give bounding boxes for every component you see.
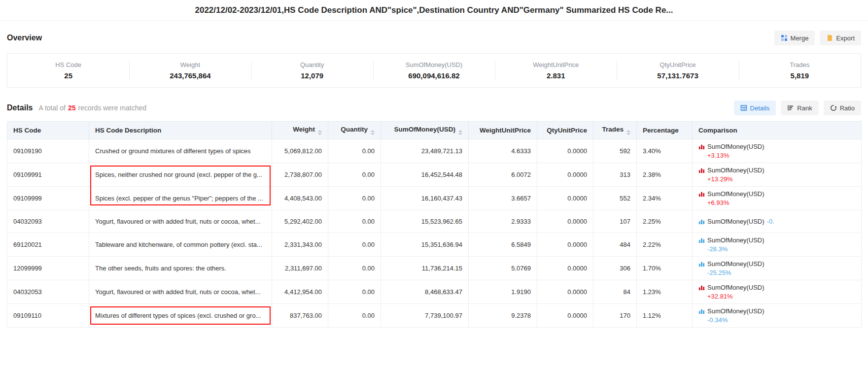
comparison-block: SumOfMoney(USD) -28.3%	[698, 236, 855, 253]
column-header-label: SumOfMoney(USD)	[394, 126, 456, 133]
comparison-cell: SumOfMoney(USD) +3.13%	[693, 139, 862, 163]
trades-cell: 313	[593, 163, 637, 187]
bar-chart-icon	[698, 218, 705, 225]
comparison-change-value: +6.93%	[707, 199, 855, 207]
comparison-metric-label: SumOfMoney(USD)	[707, 190, 764, 198]
table-row: 09109110 Mixtures of different types of …	[7, 304, 862, 328]
records-summary: A total of 25 records were matched	[38, 104, 146, 112]
hs-description-cell: Spices, neither crushed nor ground (excl…	[89, 163, 272, 187]
hs-description-cell: Spices (excl. pepper of the genus "Piper…	[89, 187, 272, 210]
qty-unit-price-cell: 0.0000	[537, 163, 593, 187]
column-header[interactable]: Trades	[593, 122, 637, 139]
comparison-block: SumOfMoney(USD) -25.25%	[698, 260, 855, 277]
ratio-view-label: Ratio	[840, 104, 855, 112]
hs-description-text: Tableware and kitchenware, of common pot…	[95, 241, 262, 248]
column-header[interactable]: Comparison	[693, 122, 862, 139]
sort-carets-icon[interactable]	[458, 130, 462, 135]
comparison-metric-line: SumOfMoney(USD)	[698, 142, 855, 151]
column-header[interactable]: SumOfMoney(USD)	[381, 122, 469, 139]
comparison-block: SumOfMoney(USD) -0.	[698, 217, 855, 226]
summary-prefix: A total of	[38, 104, 65, 112]
hs-description-cell: Mixtures of different types of spices (e…	[89, 304, 272, 328]
details-view-label: Details	[750, 104, 770, 112]
merge-button[interactable]: Merge	[774, 31, 815, 45]
overview-heading: Overview	[7, 34, 42, 42]
export-button[interactable]: Export	[820, 31, 861, 45]
details-section-header: Details A total of 25 records were match…	[0, 101, 868, 115]
hs-code-cell: 69120021	[7, 233, 89, 257]
table-row: 69120021 Tableware and kitchenware, of c…	[7, 233, 862, 257]
trades-cell: 552	[593, 187, 637, 210]
stat-card: Trades 5,819	[739, 54, 861, 87]
sum-of-money-cell: 7,739,100.97	[381, 304, 469, 328]
column-header[interactable]: Percentage	[637, 122, 693, 139]
sort-carets-icon[interactable]	[626, 130, 630, 135]
hs-description-text: Spices, neither crushed nor ground (excl…	[95, 171, 262, 178]
details-view-button[interactable]: Details	[734, 101, 776, 115]
comparison-metric-label: SumOfMoney(USD)	[707, 166, 764, 174]
stat-label: SumOfMoney(USD)	[406, 61, 463, 68]
stat-label: Trades	[790, 61, 809, 68]
sum-of-money-cell: 15,351,636.94	[381, 233, 469, 257]
bar-chart-icon	[698, 308, 705, 314]
sum-of-money-cell: 11,736,214.15	[381, 257, 469, 280]
weight-unit-price-cell: 6.0072	[469, 163, 537, 187]
percentage-cell: 2.25%	[637, 210, 693, 233]
comparison-metric-line: SumOfMoney(USD) -0.	[698, 217, 855, 226]
summary-suffix: records were matched	[78, 104, 147, 112]
page-title: 2022/12/02-2023/12/01,HS Code Descriptio…	[195, 5, 673, 15]
comparison-change-value: -28.3%	[707, 245, 855, 253]
trades-cell: 84	[593, 280, 637, 304]
column-header[interactable]: QtyUnitPrice	[537, 122, 593, 139]
column-header[interactable]: HS Code	[7, 122, 89, 139]
comparison-block: SumOfMoney(USD) +32.81%	[698, 283, 855, 301]
hs-code-cell: 09109190	[7, 139, 89, 163]
sort-carets-icon[interactable]	[318, 130, 322, 135]
comparison-metric-label: SumOfMoney(USD)	[707, 236, 764, 244]
bar-chart-icon	[698, 167, 705, 173]
rank-view-label: Rank	[797, 104, 812, 112]
comparison-metric-line: SumOfMoney(USD)	[698, 307, 855, 315]
sum-of-money-cell: 8,468,633.47	[381, 280, 469, 304]
stat-value: 5,819	[791, 71, 809, 80]
column-header-label: HS Code Description	[95, 127, 161, 134]
weight-cell: 5,292,402.00	[272, 210, 328, 233]
trades-cell: 107	[593, 210, 637, 233]
comparison-change-value: +32.81%	[707, 292, 855, 301]
table-body: 09109190 Crushed or ground mixtures of d…	[7, 139, 862, 328]
stat-label: WeightUnitPrice	[533, 61, 579, 68]
quantity-cell: 0.00	[328, 210, 381, 233]
percentage-cell: 2.34%	[637, 187, 693, 210]
hs-code-cell: 12099999	[7, 257, 89, 280]
sort-carets-icon[interactable]	[371, 130, 375, 135]
qty-unit-price-cell: 0.0000	[537, 257, 593, 280]
table-row: 12099999 The other seeds, fruits and spo…	[7, 257, 862, 280]
column-header[interactable]: Weight	[272, 122, 328, 139]
quantity-cell: 0.00	[328, 187, 381, 210]
rank-view-button[interactable]: Rank	[781, 101, 818, 115]
comparison-metric-label: SumOfMoney(USD)	[707, 260, 764, 268]
hs-code-cell: 04032093	[7, 210, 89, 233]
column-header[interactable]: Quantity	[328, 122, 381, 139]
stat-label: HS Code	[55, 61, 81, 68]
weight-unit-price-cell: 1.9190	[469, 280, 537, 304]
weight-cell: 2,311,697.00	[272, 257, 328, 280]
ratio-view-button[interactable]: Ratio	[824, 101, 861, 115]
quantity-cell: 0.00	[328, 280, 381, 304]
percentage-cell: 3.40%	[637, 139, 693, 163]
weight-cell: 2,738,807.00	[272, 163, 328, 187]
export-button-label: Export	[836, 34, 855, 42]
quantity-cell: 0.00	[328, 304, 381, 328]
comparison-metric-line: SumOfMoney(USD)	[698, 166, 855, 174]
comparison-metric-line: SumOfMoney(USD)	[698, 283, 855, 292]
column-header[interactable]: WeightUnitPrice	[469, 122, 537, 139]
hs-description-text: Spices (excl. pepper of the genus "Piper…	[95, 195, 263, 202]
column-header[interactable]: HS Code Description	[89, 122, 272, 139]
quantity-cell: 0.00	[328, 257, 381, 280]
weight-unit-price-cell: 9.2378	[469, 304, 537, 328]
stat-card: HS Code 25	[7, 54, 129, 87]
sum-of-money-cell: 16,452,544.48	[381, 163, 469, 187]
comparison-metric-line: SumOfMoney(USD)	[698, 260, 855, 268]
comparison-metric-label: SumOfMoney(USD)	[707, 217, 764, 226]
comparison-block: SumOfMoney(USD) +3.13%	[698, 142, 855, 160]
